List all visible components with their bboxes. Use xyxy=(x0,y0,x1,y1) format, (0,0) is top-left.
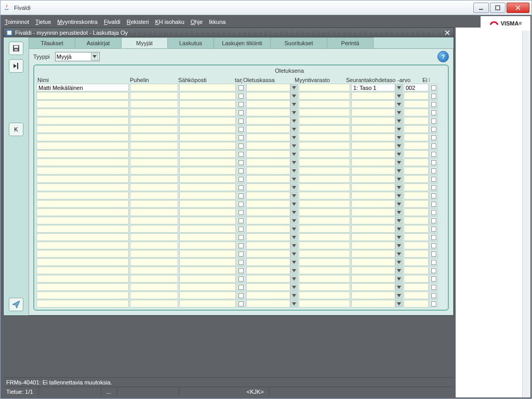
cell-myyntivarasto[interactable] xyxy=(299,225,350,233)
cell-nimi[interactable] xyxy=(36,233,129,241)
cell-arvo[interactable] xyxy=(404,291,429,299)
cell-sahkoposti[interactable] xyxy=(179,217,236,224)
cell-tarjous-checkbox[interactable] xyxy=(237,183,245,191)
cell-oletuskassa[interactable] xyxy=(246,267,298,274)
menubar[interactable]: Toiminnot Tietue Myyntireskontra Fivaldi… xyxy=(2,16,530,28)
cell-oletuskassa[interactable] xyxy=(246,175,298,183)
cell-sahkoposti[interactable] xyxy=(179,233,236,241)
cell-tarjous-checkbox[interactable] xyxy=(237,300,245,308)
cell-tarjous-checkbox[interactable] xyxy=(237,267,245,274)
cell-puhelin[interactable] xyxy=(130,150,178,158)
cell-sahkoposti[interactable] xyxy=(179,92,236,100)
cell-myyntivarasto[interactable] xyxy=(299,300,350,308)
cell-oletuskassa[interactable] xyxy=(246,225,298,233)
cell-arvo[interactable] xyxy=(404,158,429,166)
cell-nimi[interactable] xyxy=(36,109,129,116)
cell-sahkoposti[interactable] xyxy=(179,167,236,175)
cell-puhelin[interactable] xyxy=(130,250,178,258)
cell-myyntivarasto[interactable] xyxy=(299,100,350,108)
cell-seurantakohdetaso[interactable]: 1: Taso 1 xyxy=(351,84,403,91)
tab-asiakirjat[interactable]: Asiakirjat xyxy=(75,37,122,48)
cell-seurantakohdetaso[interactable] xyxy=(351,208,403,216)
cell-seurantakohdetaso[interactable] xyxy=(351,192,403,200)
cell-sahkoposti[interactable] xyxy=(179,109,236,116)
cell-eikaytossa-checkbox[interactable] xyxy=(430,92,438,100)
cell-sahkoposti[interactable] xyxy=(179,242,236,249)
menu-myyntireskontra[interactable]: Myyntireskontra xyxy=(57,19,98,25)
cell-arvo[interactable] xyxy=(404,142,429,150)
cell-oletuskassa[interactable] xyxy=(246,300,298,308)
cell-oletuskassa[interactable] xyxy=(246,92,298,100)
cell-sahkoposti[interactable] xyxy=(179,200,236,208)
cell-sahkoposti[interactable] xyxy=(179,208,236,216)
tab-suoritukset[interactable]: Suoritukset xyxy=(270,37,327,48)
cell-eikaytossa-checkbox[interactable] xyxy=(430,175,438,183)
cell-eikaytossa-checkbox[interactable] xyxy=(430,158,438,166)
cell-myyntivarasto[interactable] xyxy=(299,134,350,141)
cell-eikaytossa-checkbox[interactable] xyxy=(430,134,438,141)
cell-sahkoposti[interactable] xyxy=(179,283,236,291)
cell-eikaytossa-checkbox[interactable] xyxy=(430,283,438,291)
cell-nimi[interactable] xyxy=(36,200,129,208)
cell-oletuskassa[interactable] xyxy=(246,150,298,158)
cell-oletuskassa[interactable] xyxy=(246,142,298,150)
cell-tarjous-checkbox[interactable] xyxy=(237,217,245,224)
cell-myyntivarasto[interactable] xyxy=(299,183,350,191)
cell-tarjous-checkbox[interactable] xyxy=(237,258,245,266)
cell-eikaytossa-checkbox[interactable] xyxy=(430,300,438,308)
cell-myyntivarasto[interactable] xyxy=(299,125,350,133)
cell-myyntivarasto[interactable] xyxy=(299,84,350,91)
cell-puhelin[interactable] xyxy=(130,291,178,299)
cell-nimi[interactable] xyxy=(36,142,129,150)
tab-laskutus[interactable]: Laskutus xyxy=(167,37,214,48)
cell-oletuskassa[interactable] xyxy=(246,109,298,116)
cell-tarjous-checkbox[interactable] xyxy=(237,142,245,150)
cell-tarjous-checkbox[interactable] xyxy=(237,84,245,91)
menu-khisohaku[interactable]: KH isohaku xyxy=(155,19,184,25)
cell-sahkoposti[interactable] xyxy=(179,192,236,200)
cell-tarjous-checkbox[interactable] xyxy=(237,200,245,208)
cell-arvo[interactable] xyxy=(404,125,429,133)
cell-nimi[interactable] xyxy=(36,291,129,299)
cell-sahkoposti[interactable] xyxy=(179,291,236,299)
cell-myyntivarasto[interactable] xyxy=(299,208,350,216)
cell-nimi[interactable] xyxy=(36,192,129,200)
cell-sahkoposti[interactable] xyxy=(179,100,236,108)
window-titlebar[interactable]: Fivaldi xyxy=(1,1,531,15)
cell-nimi[interactable] xyxy=(36,283,129,291)
cell-myyntivarasto[interactable] xyxy=(299,175,350,183)
cell-oletuskassa[interactable] xyxy=(246,233,298,241)
cell-arvo[interactable] xyxy=(404,167,429,175)
cell-eikaytossa-checkbox[interactable] xyxy=(430,275,438,283)
cell-tarjous-checkbox[interactable] xyxy=(237,109,245,116)
cell-nimi[interactable] xyxy=(36,183,129,191)
cell-seurantakohdetaso[interactable] xyxy=(351,117,403,125)
mdi-titlebar[interactable]: Fivaldi - myynnin perustiedot - Laskutta… xyxy=(4,28,454,37)
cell-arvo[interactable] xyxy=(404,183,429,191)
menu-tietue[interactable]: Tietue xyxy=(35,19,51,25)
cell-sahkoposti[interactable] xyxy=(179,267,236,274)
cell-oletuskassa[interactable] xyxy=(246,258,298,266)
cell-tarjous-checkbox[interactable] xyxy=(237,233,245,241)
cell-nimi[interactable] xyxy=(36,275,129,283)
cell-sahkoposti[interactable] xyxy=(179,183,236,191)
cell-myyntivarasto[interactable] xyxy=(299,192,350,200)
cell-puhelin[interactable] xyxy=(130,283,178,291)
cell-myyntivarasto[interactable] xyxy=(299,150,350,158)
cell-eikaytossa-checkbox[interactable] xyxy=(430,291,438,299)
cell-puhelin[interactable] xyxy=(130,225,178,233)
cell-arvo[interactable] xyxy=(404,233,429,241)
cell-oletuskassa[interactable] xyxy=(246,167,298,175)
maximize-button[interactable] xyxy=(490,3,506,13)
cell-puhelin[interactable] xyxy=(130,84,178,91)
cell-sahkoposti[interactable] xyxy=(179,225,236,233)
cell-oletuskassa[interactable] xyxy=(246,275,298,283)
cell-nimi[interactable] xyxy=(36,258,129,266)
cell-oletuskassa[interactable] xyxy=(246,283,298,291)
cell-eikaytossa-checkbox[interactable] xyxy=(430,142,438,150)
cell-arvo[interactable] xyxy=(404,117,429,125)
paper-plane-button[interactable] xyxy=(9,298,23,311)
cell-sahkoposti[interactable] xyxy=(179,250,236,258)
cell-arvo[interactable] xyxy=(404,242,429,249)
cell-arvo[interactable] xyxy=(404,250,429,258)
